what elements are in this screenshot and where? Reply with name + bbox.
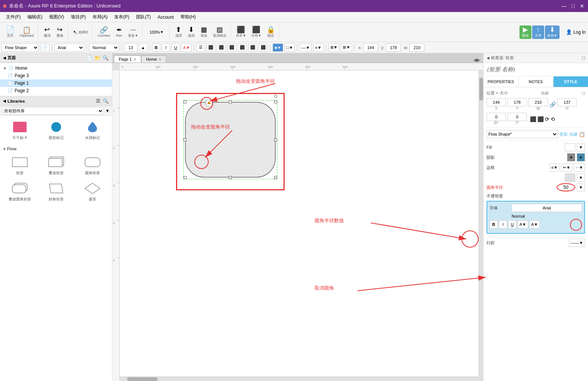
- share-button[interactable]: ↑ 共享: [532, 25, 544, 39]
- undo-button[interactable]: ↩ 撤消: [41, 25, 53, 39]
- shadow-color2-btn[interactable]: ▼: [577, 153, 585, 161]
- login-button[interactable]: Log In: [573, 30, 586, 35]
- menu-edit[interactable]: 编辑(E): [24, 13, 45, 21]
- menu-account[interactable]: Account: [155, 13, 177, 21]
- align-v2-btn[interactable]: ⬛: [259, 43, 268, 52]
- inspector-y-input[interactable]: [507, 98, 527, 106]
- handle-mr[interactable]: [274, 138, 277, 141]
- shape-type-select[interactable]: Flow Shape*: [487, 130, 558, 138]
- preview-button[interactable]: ▶ 预览: [519, 25, 531, 39]
- font-underline-btn[interactable]: U: [508, 220, 516, 229]
- fill-color-btn[interactable]: ■▼: [273, 43, 283, 52]
- lib-search[interactable]: 🔍: [102, 98, 109, 104]
- lock-aspect-icon[interactable]: 🔗: [549, 102, 556, 108]
- lib-item-round-rect[interactable]: 圆角矩形: [76, 154, 109, 177]
- publish-button[interactable]: ⬇ 发布▼: [545, 25, 560, 39]
- tab-notes[interactable]: NOTES: [518, 76, 553, 87]
- fill-swatch[interactable]: [565, 143, 575, 151]
- corner-radius-input[interactable]: [557, 183, 575, 191]
- align-center-btn[interactable]: ⬛: [217, 43, 226, 52]
- handle-tm[interactable]: [229, 100, 232, 103]
- lib-item-stack-rect[interactable]: 叠放矩形: [39, 154, 73, 177]
- line-style-btn[interactable]: —▼: [300, 43, 312, 52]
- lib-item-diamond[interactable]: 菱形: [76, 180, 109, 203]
- pages-folder[interactable]: 📁: [94, 55, 101, 61]
- corner-radius-dropdown[interactable]: ▼: [577, 183, 585, 191]
- menu-view[interactable]: 视图(V): [46, 13, 67, 21]
- w-coord-input[interactable]: [409, 43, 424, 52]
- handle-bl[interactable]: [184, 176, 187, 179]
- menu-publish[interactable]: 发布(P): [111, 13, 132, 21]
- menu-team[interactable]: 团队(T): [133, 13, 154, 21]
- redo-button[interactable]: ↪ 重做: [54, 25, 66, 39]
- more-button[interactable]: ··· 更多▼: [126, 25, 140, 39]
- group-button[interactable]: ▦ 组合: [198, 25, 210, 39]
- canvas-surface[interactable]: 拖动改变圆角半径: [120, 70, 479, 377]
- font-color-btn[interactable]: A▼: [181, 43, 192, 52]
- inspector-w-input[interactable]: [528, 98, 548, 106]
- flip-v-icon[interactable]: ⬛: [537, 116, 544, 122]
- close-button[interactable]: ✕: [579, 3, 585, 9]
- font-highlight-btn[interactable]: A▼: [529, 220, 540, 229]
- tree-page1[interactable]: 📄 Page 1: [0, 79, 112, 87]
- h-scrollbar-thumb[interactable]: [127, 377, 157, 381]
- tab-home-close[interactable]: ✕: [158, 57, 161, 61]
- font-size-up[interactable]: ▲: [139, 43, 147, 52]
- canvas-wrapper[interactable]: 0 100 200 300 400 500 600: [112, 63, 483, 381]
- shadow-color-btn[interactable]: ▼: [567, 153, 575, 161]
- underline-btn[interactable]: U: [172, 43, 180, 52]
- maximize-button[interactable]: □: [570, 3, 576, 9]
- widget-type-select[interactable]: Flow Shape: [1, 43, 39, 52]
- tab-style[interactable]: STYLE: [554, 76, 588, 87]
- corner-radius-handle[interactable]: [205, 99, 213, 108]
- create-link[interactable]: 创建: [569, 131, 578, 137]
- lib-menu[interactable]: ☰: [96, 98, 101, 104]
- lineheight-dropdown[interactable]: ——▼: [569, 239, 585, 247]
- border-width-btn[interactable]: ···▼: [574, 163, 585, 172]
- connect-button[interactable]: 🔗 Connect: [96, 25, 113, 39]
- line-width-btn[interactable]: ≡▼: [313, 43, 323, 52]
- inspector-r-input[interactable]: [487, 113, 506, 121]
- flip-h-icon[interactable]: ⬛: [530, 116, 536, 122]
- menu-help[interactable]: 帮助(H): [178, 13, 199, 21]
- top-button[interactable]: ⬆ 顶层: [173, 25, 185, 39]
- tab-properties[interactable]: PROPERTIES: [484, 76, 518, 87]
- rotate-handle[interactable]: [274, 95, 277, 98]
- inspector-t-input[interactable]: [507, 113, 527, 121]
- align-left-btn[interactable]: ⬛: [206, 43, 215, 52]
- lock-button[interactable]: 🔒 锁定: [264, 25, 277, 39]
- tab-page1-close[interactable]: ✕: [133, 57, 136, 61]
- canvas-tab-home[interactable]: Home ✕: [141, 55, 166, 63]
- pages-add[interactable]: 📄: [86, 55, 93, 61]
- lib-item-stack-round-rect[interactable]: 叠放圆角矩形: [3, 180, 36, 203]
- border-fill-dropdown[interactable]: ▼: [577, 173, 585, 182]
- bold-btn[interactable]: B: [152, 43, 160, 52]
- lib-collapse[interactable]: ◀: [3, 99, 6, 103]
- inspector-collapse[interactable]: ◀: [487, 56, 490, 60]
- lib-item-skew-rect[interactable]: 斜角矩形: [39, 180, 73, 203]
- rotate-cw-icon[interactable]: ⟳: [545, 116, 549, 122]
- font-italic-btn[interactable]: I: [499, 220, 507, 229]
- zoom-select[interactable]: 100% ▼: [145, 25, 168, 39]
- widget-icon-btn[interactable]: 📄: [40, 43, 49, 52]
- menu-file[interactable]: 文件(F): [3, 13, 24, 21]
- shape-container[interactable]: [182, 99, 279, 181]
- border-color-btn[interactable]: □▼: [285, 43, 295, 52]
- tree-home[interactable]: ▼ 📄 Home: [0, 64, 112, 72]
- border-color-btn[interactable]: ✏▼: [561, 163, 572, 172]
- lib-item-sticky[interactable]: 不干贴 4: [3, 119, 36, 142]
- update-link[interactable]: 更新: [560, 131, 568, 137]
- fill-dropdown-btn[interactable]: ▼: [577, 143, 585, 151]
- minimize-button[interactable]: —: [561, 3, 567, 9]
- border-fill-swatch[interactable]: [565, 173, 575, 182]
- italic-btn[interactable]: I: [162, 43, 170, 52]
- canvas-nav-btn[interactable]: ◀▶: [473, 57, 480, 63]
- inspector-h-input[interactable]: [557, 98, 577, 106]
- font-color-swatch[interactable]: A▼: [518, 220, 528, 229]
- new-button[interactable]: 📄 文件: [4, 25, 16, 39]
- align-button[interactable]: ⬛ 对齐▼: [234, 25, 248, 39]
- tree-page3[interactable]: 📄 Page 3: [0, 72, 112, 79]
- pages-collapse[interactable]: ◀: [3, 56, 6, 60]
- align-right-btn[interactable]: ⬛: [227, 43, 236, 52]
- align-v-btn[interactable]: ⬛: [248, 43, 257, 52]
